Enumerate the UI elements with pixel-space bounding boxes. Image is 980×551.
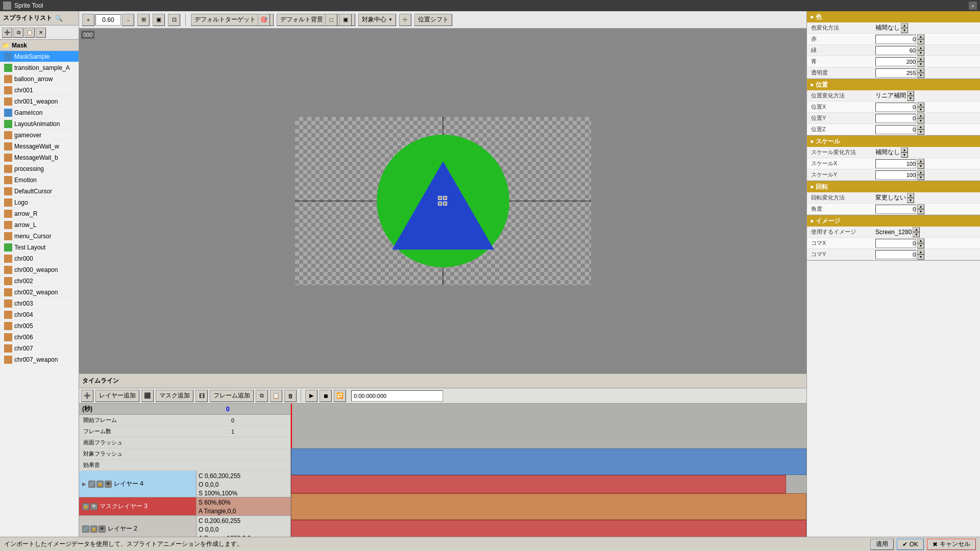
add-frame-icon[interactable]: 🎞 xyxy=(195,390,208,402)
mask3-track[interactable] xyxy=(291,475,786,493)
sprite-item-messagewait-w[interactable]: MessageWait_w xyxy=(0,141,79,152)
sprite-item-chr006[interactable]: chr006 xyxy=(0,332,79,343)
sprite-item-chr000[interactable]: chr000 xyxy=(0,253,79,264)
sprite-item-chr002-weapon[interactable]: chr002_weapon xyxy=(0,287,79,298)
ok-button[interactable]: ✔ OK xyxy=(897,539,924,550)
sprite-item-menu-cursor[interactable]: menu_Cursor xyxy=(0,231,79,242)
sprite-item-messagewait-b[interactable]: MessageWait_b xyxy=(0,152,79,163)
sprite-item-logo[interactable]: Logo xyxy=(0,197,79,208)
paste-tl-button[interactable]: 📋 xyxy=(270,390,282,402)
lock-icon[interactable]: 🔒 xyxy=(82,503,89,510)
pos-z-input[interactable] xyxy=(875,125,916,134)
alpha-spinner[interactable]: ▲▼ xyxy=(917,68,924,78)
image-spinner[interactable]: ▲▼ xyxy=(913,227,920,237)
sprite-item-chr003[interactable]: chr003 xyxy=(0,298,79,309)
sprite-item-defaultcursor[interactable]: DefaultCursor xyxy=(0,186,79,197)
frame-y-input[interactable] xyxy=(875,250,916,259)
default-target-icon[interactable]: 🎯 xyxy=(258,14,270,26)
add-frame-button[interactable]: フレーム追加 xyxy=(210,390,254,402)
add-sprite-button[interactable]: ➕ xyxy=(2,28,12,38)
canvas-area[interactable]: 000 xyxy=(79,29,806,373)
pos-y-input[interactable] xyxy=(875,114,916,123)
tl-startframe-value[interactable]: 0 xyxy=(229,417,290,423)
position-shift-icon[interactable]: ⊹ xyxy=(399,14,411,26)
layer4-track[interactable] xyxy=(291,448,806,475)
align-center-dropdown[interactable]: 対象中心 ▼ xyxy=(358,14,396,26)
scale-x-input[interactable] xyxy=(875,159,916,168)
apply-button[interactable]: 適用 xyxy=(870,539,894,550)
pos-z-spinner[interactable]: ▲▼ xyxy=(917,124,924,135)
paste-sprite-button[interactable]: 📋 xyxy=(24,28,35,38)
link-icon[interactable]: 🔗 xyxy=(82,525,89,533)
zoom-input[interactable]: 0.60 xyxy=(95,14,121,26)
pos-x-spinner[interactable]: ▲▼ xyxy=(917,102,924,112)
tl-framecount-value[interactable]: 1 xyxy=(229,429,290,435)
delete-sprite-button[interactable]: ✕ xyxy=(36,28,46,38)
play-button[interactable]: ▶ xyxy=(305,390,317,402)
sprite-item-test-layout[interactable]: Test Layout xyxy=(0,242,79,253)
sprite-item-emotion[interactable]: Emotion xyxy=(0,174,79,186)
add-layer-button[interactable]: レイヤー追加 xyxy=(95,390,139,402)
move-handle[interactable] xyxy=(438,196,448,206)
loop-button[interactable]: 🔁 xyxy=(334,390,346,402)
sprite-item-chr001-weapon[interactable]: chr001_weapon xyxy=(0,96,79,107)
tl-sec-value[interactable]: 0 xyxy=(226,406,287,413)
sprite-item-balloon[interactable]: balloon_arrow xyxy=(0,73,79,85)
rot-change-spinner[interactable]: ▲▼ xyxy=(907,193,914,203)
cancel-button[interactable]: ✖ キャンセル xyxy=(927,539,976,550)
scale-y-spinner[interactable]: ▲▼ xyxy=(917,170,924,180)
bg-icon[interactable]: □ xyxy=(325,14,337,26)
default-bg-dropdown[interactable]: デフォルト背景 □ ▣ xyxy=(277,14,355,26)
pos-x-input[interactable] xyxy=(875,103,916,112)
scale-y-input[interactable] xyxy=(875,170,916,180)
green-spinner[interactable]: ▲▼ xyxy=(917,45,924,56)
sprite-item-gameover[interactable]: gameover xyxy=(0,130,79,141)
sprite-item-arrow-r[interactable]: arrow_R xyxy=(0,208,79,219)
blue-spinner[interactable]: ▲▼ xyxy=(917,57,924,67)
search-icon[interactable]: 🔍 xyxy=(55,15,63,22)
sprite-item-chr002[interactable]: chr002 xyxy=(0,276,79,287)
sprite-item-chr001[interactable]: chr001 xyxy=(0,85,79,96)
sprite-item-chr007[interactable]: chr007 xyxy=(0,343,79,354)
stop-button[interactable]: ⏹ xyxy=(320,390,332,402)
add-mask-button[interactable]: マスク追加 xyxy=(156,390,193,402)
sprite-item-chr007-weapon[interactable]: chr007_weapon xyxy=(0,354,79,365)
eye-icon[interactable]: 👁 xyxy=(99,525,106,533)
frame-x-spinner[interactable]: ▲▼ xyxy=(917,238,924,248)
copy-sprite-button[interactable]: ⧉ xyxy=(13,28,23,38)
lock-icon[interactable]: 🔒 xyxy=(90,525,97,533)
copy-tl-button[interactable]: ⧉ xyxy=(256,390,268,402)
default-target-dropdown[interactable]: デフォルトターゲット 🎯 xyxy=(191,14,274,26)
close-button[interactable]: ▪ xyxy=(969,2,977,10)
sprite-item-chr005[interactable]: chr005 xyxy=(0,320,79,332)
sprite-item-masksample[interactable]: MaskSample xyxy=(0,51,79,62)
add-layer-icon[interactable]: ➕ xyxy=(81,390,93,402)
delete-tl-button[interactable]: 🗑 xyxy=(284,390,297,402)
angle-input[interactable] xyxy=(875,205,916,214)
frame-y-spinner[interactable]: ▲▼ xyxy=(917,249,924,260)
lock-icon[interactable]: 🔒 xyxy=(96,481,104,488)
sprite-item-gameicon[interactable]: GameIcon xyxy=(0,107,79,118)
position-shift-dropdown[interactable]: 位置シフト xyxy=(414,14,452,26)
frame-x-input[interactable] xyxy=(875,239,916,248)
red-input[interactable] xyxy=(875,35,916,44)
view-grid-button[interactable]: ⊡ xyxy=(168,14,180,26)
zoom-in-button[interactable]: + xyxy=(82,14,94,26)
add-mask-icon[interactable]: ⬛ xyxy=(141,390,154,402)
bg-icon2[interactable]: ▣ xyxy=(339,14,352,26)
sprite-item-processing[interactable]: processing xyxy=(0,163,79,174)
pos-change-spinner[interactable]: ▲▼ xyxy=(907,91,914,101)
mask1-track[interactable] xyxy=(291,520,806,537)
scale-x-spinner[interactable]: ▲▼ xyxy=(917,159,924,169)
green-input[interactable] xyxy=(875,46,916,55)
sprite-item-transition[interactable]: transition_sample_A xyxy=(0,62,79,73)
sprite-item-chr000-weapon[interactable]: chr000_weapon xyxy=(0,264,79,276)
eye-icon[interactable]: 👁 xyxy=(90,503,97,510)
sprite-item-chr004[interactable]: chr004 xyxy=(0,309,79,320)
angle-spinner[interactable]: ▲▼ xyxy=(917,204,924,214)
blue-input[interactable] xyxy=(875,57,916,66)
view-fit-button[interactable]: ⊞ xyxy=(137,14,150,26)
layer2-track[interactable] xyxy=(291,493,806,520)
red-spinner[interactable]: ▲▼ xyxy=(917,34,924,44)
zoom-out-button[interactable]: - xyxy=(122,14,134,26)
